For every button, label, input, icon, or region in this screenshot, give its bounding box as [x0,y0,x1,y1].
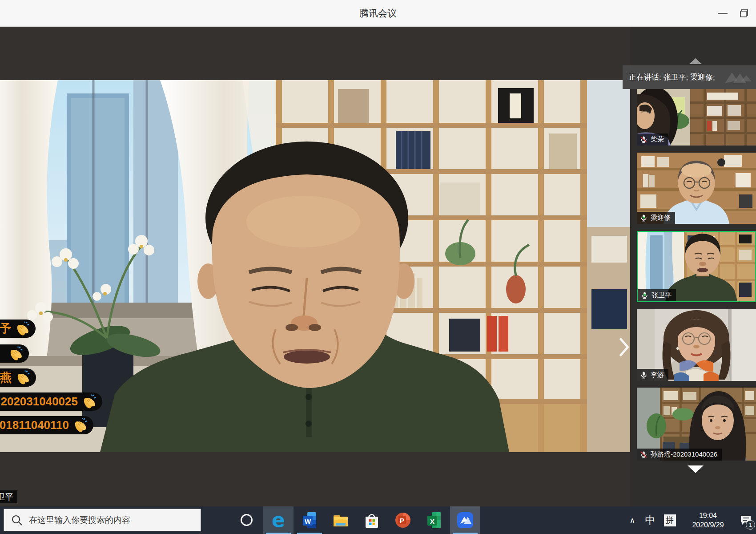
now-speaking-text: 正在讲话: 张卫平; 梁迎修; [623,72,715,82]
participant-label: 梁迎修 [637,212,675,224]
participant-label: 孙路瑶-202031040026 [637,449,722,461]
participant-label: 柴荣 [637,134,668,146]
edge-icon: e [272,510,285,530]
clap-emoji-icon [82,394,97,409]
tray-time: 19:04 [699,511,717,520]
clap-emoji-icon [73,418,88,433]
svg-text:X: X [430,518,434,525]
powerpoint-icon: P [393,510,413,530]
tray-clock[interactable]: 19:04 2020/9/29 [682,506,734,534]
reaction-sender: 燕 [0,370,12,385]
svg-text:W: W [305,518,311,525]
file-explorer-icon [330,510,351,530]
participant-label: 李游 [637,369,668,381]
participant-label: 张卫平 [638,289,676,301]
clap-emoji-icon [8,346,24,361]
reaction-bubble: 飞201811040110 [0,416,93,434]
participant-name: 孙路瑶-202031040026 [651,450,717,459]
window-title: 腾讯会议 [0,0,756,27]
tray-ime-mode[interactable]: 拼 [662,506,678,534]
ime-mode-label: 拼 [664,514,676,526]
reaction-sender: 飞201811040110 [0,417,69,433]
participant-name: 李游 [651,371,664,379]
search-icon [11,514,23,526]
participant-tile[interactable]: 孙路瑶-202031040026 [637,388,756,461]
mic-speaking-icon [639,214,648,222]
minimize-button[interactable] [712,0,733,27]
minimize-icon [718,13,728,14]
tray-date: 2020/9/29 [692,520,724,530]
cortana-button[interactable] [241,514,253,526]
word-icon: W [299,510,320,530]
scroll-up-arrow[interactable] [689,58,702,64]
taskbar-app-word[interactable]: W [294,506,325,534]
svg-text:P: P [400,517,404,524]
next-page-chevron[interactable] [618,337,630,357]
tray-action-center[interactable]: 1 [736,506,756,534]
tray-ime-language[interactable]: 中 [641,506,659,534]
participant-name: 张卫平 [651,291,672,299]
participant-tile[interactable]: 柴荣 [637,89,756,146]
title-bar: 腾讯会议 [0,0,756,27]
taskbar-app-store[interactable] [357,506,387,534]
restore-icon [740,9,748,17]
meeting-logo-watermark [720,68,755,88]
clap-emoji-icon [16,370,31,385]
mic-muted-icon [639,450,648,459]
participant-tile-active-speaker[interactable]: 张卫平 [637,231,756,302]
search-input[interactable] [29,515,185,525]
scroll-down-arrow[interactable] [688,465,704,473]
reaction-sender: 予 [0,321,11,336]
meeting-window: 腾讯会议 [0,0,756,534]
reaction-bubble [0,344,29,363]
mic-on-icon [639,371,648,379]
taskbar-app-powerpoint[interactable]: P [388,506,418,534]
taskbar-search[interactable] [4,509,201,531]
tencent-meeting-icon [455,510,475,530]
participant-name: 梁迎修 [651,214,671,222]
tray-show-hidden-icons[interactable]: ∧ [624,506,640,534]
reaction-bubble: 予 [0,320,36,338]
chevron-up-icon: ∧ [630,516,635,525]
reaction-bubble: 燕 [0,368,36,387]
mic-speaking-icon [640,291,649,299]
taskbar-app-excel[interactable]: X [419,506,449,534]
notification-count-badge: 1 [746,520,755,530]
restore-button[interactable] [734,0,754,27]
participant-name: 柴荣 [651,135,664,144]
now-speaking-banner: 正在讲话: 张卫平; 梁迎修; [623,65,756,89]
windows-taskbar: e W [0,506,756,534]
participant-tile[interactable]: 李游 [637,309,756,381]
participant-tile[interactable]: 梁迎修 [637,153,756,224]
mic-muted-icon [639,135,648,144]
taskbar-app-edge[interactable]: e [263,506,294,534]
store-icon [362,510,382,530]
taskbar-app-tencent-meeting[interactable] [450,506,480,534]
reaction-bubble: 拉毛 202031040025 [0,392,102,411]
main-speaker-name-label: 卫平 [0,490,17,503]
ime-language-label: 中 [645,514,655,527]
excel-icon: X [424,510,444,530]
taskbar-app-file-explorer[interactable] [326,506,356,534]
clap-emoji-icon [15,321,30,336]
reaction-sender: 拉毛 202031040025 [0,394,78,409]
